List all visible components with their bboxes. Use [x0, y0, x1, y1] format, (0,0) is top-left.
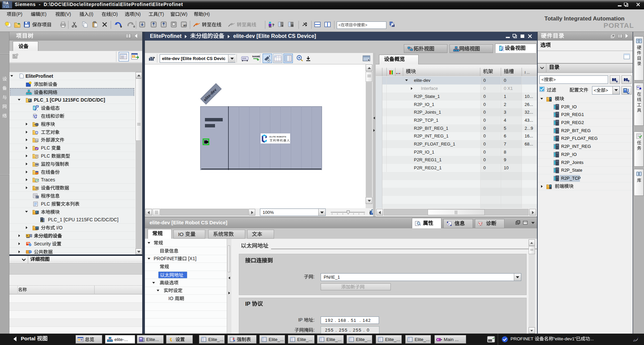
svg-text:?: ? — [272, 23, 274, 27]
svg-text:RT: RT — [183, 24, 187, 27]
svg-text:01: 01 — [36, 139, 38, 142]
svg-text:NAME: NAME — [252, 55, 260, 58]
svg-text:i: i — [36, 196, 37, 198]
svg-text:V15: V15 — [3, 5, 9, 8]
svg-text:i: i — [448, 222, 449, 226]
svg-text:ELITE ROBOTS: ELITE ROBOTS — [270, 135, 286, 138]
